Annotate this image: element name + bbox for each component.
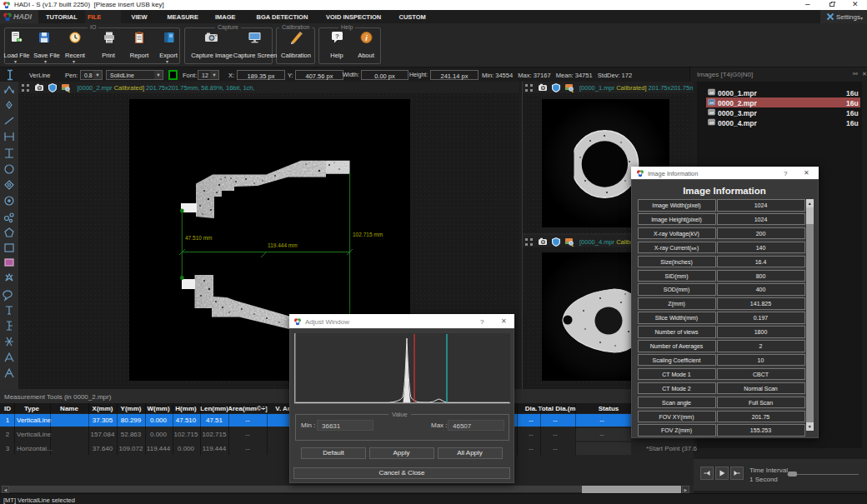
svg-text:47.510 mm: 47.510 mm — [185, 235, 213, 241]
svg-text:102.715 mm: 102.715 mm — [353, 232, 383, 237]
svg-text:?: ? — [335, 32, 339, 40]
svg-text:119.444 mm: 119.444 mm — [268, 242, 298, 248]
